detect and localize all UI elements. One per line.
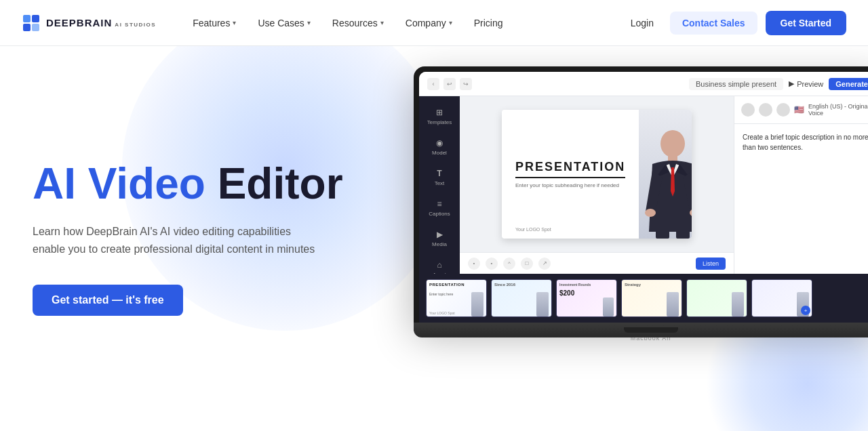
nav-company[interactable]: Company ▾ bbox=[396, 12, 462, 34]
laptop-base bbox=[414, 323, 868, 337]
person-thumb-2 bbox=[536, 292, 549, 316]
person-thumb-5 bbox=[732, 292, 744, 316]
app-canvas: PRESENTATION Enter your topic subheading… bbox=[460, 96, 734, 274]
toolbar-action-4[interactable]: □ bbox=[521, 258, 533, 270]
nav-resources[interactable]: Resources ▾ bbox=[323, 12, 393, 34]
svg-rect-9 bbox=[676, 230, 690, 239]
logo-text-group: DEEPBRAIN AI STUDIOS bbox=[46, 17, 156, 28]
sidebar-tool-templates[interactable]: ⊞ Templates bbox=[422, 102, 457, 131]
svg-rect-0 bbox=[23, 15, 31, 22]
laptop-bottom bbox=[414, 323, 868, 332]
sidebar-tool-text[interactable]: T Text bbox=[422, 163, 457, 192]
person-thumb-1 bbox=[471, 292, 484, 316]
login-button[interactable]: Login bbox=[623, 12, 662, 34]
slide-avatar bbox=[639, 110, 692, 239]
filmstrip-thumb-3[interactable]: Investment Rounds $200 bbox=[556, 279, 617, 317]
chevron-down-icon: ▾ bbox=[449, 19, 452, 26]
chevron-down-icon: ▾ bbox=[233, 19, 236, 26]
add-slide-icon[interactable]: + bbox=[801, 306, 810, 315]
undo-button[interactable]: ↩ bbox=[443, 78, 456, 90]
toolbar-action-2[interactable]: • bbox=[486, 258, 498, 270]
canvas-toolbar: • • ^ □ ↗ Listen bbox=[460, 252, 734, 274]
logo-main-text: DEEPBRAIN bbox=[46, 17, 112, 28]
filmstrip-thumb-4[interactable]: Strategy bbox=[621, 279, 682, 317]
prompt-text: Create a brief topic description in no m… bbox=[743, 132, 868, 152]
filmstrip-thumb-2[interactable]: Since 2016 bbox=[491, 279, 552, 317]
slide-card: PRESENTATION Enter your topic subheading… bbox=[502, 110, 692, 239]
get-started-nav-button[interactable]: Get Started bbox=[766, 11, 846, 35]
project-name: Business simple present bbox=[689, 78, 783, 90]
nav-use-cases[interactable]: Use Cases ▾ bbox=[248, 12, 319, 34]
navbar: DEEPBRAIN AI STUDIOS Features ▾ Use Case… bbox=[0, 0, 868, 46]
slide-text-area: PRESENTATION Enter your topic subheading… bbox=[502, 146, 639, 202]
asset-icon: ⌂ bbox=[434, 260, 445, 270]
nav-features[interactable]: Features ▾ bbox=[183, 12, 245, 34]
laptop-screen-inner: ‹ ↩ ↪ Business simple present ▶ Preview … bbox=[419, 72, 868, 323]
sidebar-tool-captions[interactable]: ≡ Captions bbox=[422, 193, 457, 222]
filmstrip-thumb-6[interactable]: + bbox=[751, 279, 812, 317]
right-panel-body: Create a brief topic description in no m… bbox=[734, 124, 868, 274]
media-icon: ▶ bbox=[434, 229, 445, 240]
svg-point-4 bbox=[660, 130, 685, 157]
chevron-down-icon: ▾ bbox=[380, 19, 384, 26]
person-silhouette bbox=[642, 123, 692, 239]
nav-pricing[interactable]: Pricing bbox=[465, 12, 513, 34]
hero-content: AI Video Editor Learn how DeepBrain AI's… bbox=[0, 46, 393, 431]
svg-rect-1 bbox=[32, 15, 39, 22]
right-panel-voice-selector[interactable]: 🇺🇸 English (US) - Original Voice bbox=[734, 96, 868, 124]
voice-avatar-3 bbox=[776, 103, 790, 117]
app-topbar-center: Business simple present ▶ Preview Genera… bbox=[477, 78, 868, 90]
hero-title: AI Video Editor bbox=[33, 161, 393, 207]
flag-us-icon: 🇺🇸 bbox=[794, 105, 804, 115]
templates-icon: ⊞ bbox=[434, 107, 445, 118]
hero-section: AI Video Editor Learn how DeepBrain AI's… bbox=[0, 46, 868, 431]
laptop-screen-outer: ‹ ↩ ↪ Business simple present ▶ Preview … bbox=[414, 66, 868, 323]
filmstrip-thumb-1[interactable]: PRESENTATION Enter topic here Your LOGO … bbox=[426, 279, 487, 317]
logo-icon bbox=[22, 14, 41, 33]
laptop-notch bbox=[624, 327, 678, 333]
sidebar-tool-media[interactable]: ▶ Media bbox=[422, 224, 457, 253]
slide-subtitle: Enter your topic subheading here if need… bbox=[515, 182, 625, 188]
generate-button[interactable]: Generate bbox=[829, 78, 868, 90]
app-sidebar: ⊞ Templates ◉ Model T Text bbox=[419, 96, 460, 274]
model-icon: ◉ bbox=[434, 138, 445, 148]
person-thumb-4 bbox=[667, 292, 679, 316]
toolbar-action-1[interactable]: • bbox=[468, 258, 480, 270]
svg-rect-3 bbox=[32, 24, 39, 31]
filmstrip: PRESENTATION Enter topic here Your LOGO … bbox=[419, 274, 868, 323]
voice-label: English (US) - Original Voice bbox=[808, 103, 868, 117]
laptop-wrapper: ‹ ↩ ↪ Business simple present ▶ Preview … bbox=[414, 66, 868, 342]
app-topbar-left: ‹ ↩ ↪ bbox=[427, 78, 472, 90]
laptop-mockup: ‹ ↩ ↪ Business simple present ▶ Preview … bbox=[414, 66, 868, 342]
chevron-down-icon: ▾ bbox=[307, 19, 311, 26]
filmstrip-thumb-5[interactable] bbox=[686, 279, 747, 317]
logo[interactable]: DEEPBRAIN AI STUDIOS bbox=[22, 14, 156, 33]
nav-actions: Login Contact Sales Get Started bbox=[623, 11, 846, 35]
contact-sales-button[interactable]: Contact Sales bbox=[670, 12, 757, 35]
sidebar-tool-asset[interactable]: ⌂ Asset bbox=[422, 254, 457, 274]
play-icon: ▶ bbox=[789, 79, 794, 88]
back-button[interactable]: ‹ bbox=[427, 78, 439, 90]
redo-button[interactable]: ↪ bbox=[460, 78, 472, 90]
text-icon: T bbox=[434, 168, 445, 179]
voice-avatar bbox=[741, 103, 755, 117]
canvas-content: PRESENTATION Enter your topic subheading… bbox=[460, 96, 734, 252]
sidebar-tool-model[interactable]: ◉ Model bbox=[422, 132, 457, 161]
voice-avatar-2 bbox=[759, 103, 772, 117]
hero-cta-button[interactable]: Get started — it's free bbox=[33, 285, 183, 316]
slide-logo: Your LOGO Spot bbox=[515, 227, 551, 232]
logo-sub-text: AI STUDIOS bbox=[115, 22, 156, 28]
slide-title: PRESENTATION bbox=[515, 160, 625, 178]
listen-button[interactable]: Listen bbox=[696, 258, 726, 270]
svg-rect-2 bbox=[23, 24, 31, 31]
toolbar-action-5[interactable]: ↗ bbox=[538, 258, 551, 270]
toolbar-action-3[interactable]: ^ bbox=[503, 258, 515, 270]
hero-subtitle: Learn how DeepBrain AI's AI video editin… bbox=[33, 223, 317, 258]
nav-links: Features ▾ Use Cases ▾ Resources ▾ Compa… bbox=[183, 12, 623, 34]
app-right-panel: 🇺🇸 English (US) - Original Voice Create … bbox=[734, 96, 868, 274]
captions-icon: ≡ bbox=[434, 199, 445, 209]
svg-point-6 bbox=[645, 209, 656, 217]
svg-rect-8 bbox=[656, 230, 669, 239]
preview-button[interactable]: ▶ Preview bbox=[789, 79, 823, 88]
app-body: ⊞ Templates ◉ Model T Text bbox=[419, 96, 868, 274]
